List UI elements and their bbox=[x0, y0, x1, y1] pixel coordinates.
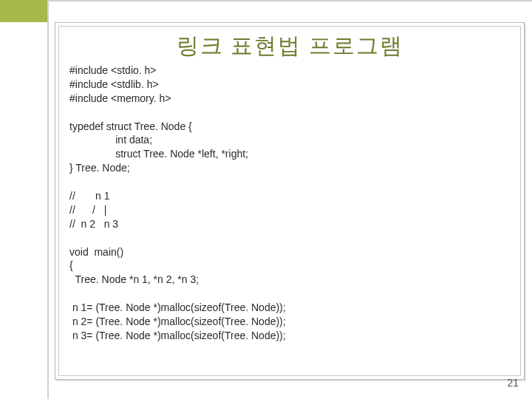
code-block: #include <stdio. h> #include <stdlib. h>… bbox=[69, 64, 286, 343]
accent-stripe bbox=[0, 0, 49, 22]
slide-frame-inner: 링크 표현법 프로그램 #include <stdio. h> #include… bbox=[58, 26, 521, 376]
vertical-border-line bbox=[47, 0, 49, 399]
slide-title: 링크 표현법 프로그램 bbox=[59, 31, 520, 61]
top-border-line bbox=[49, 0, 532, 1]
slide-frame-outer: 링크 표현법 프로그램 #include <stdio. h> #include… bbox=[55, 22, 525, 380]
page-number: 21 bbox=[507, 377, 519, 389]
